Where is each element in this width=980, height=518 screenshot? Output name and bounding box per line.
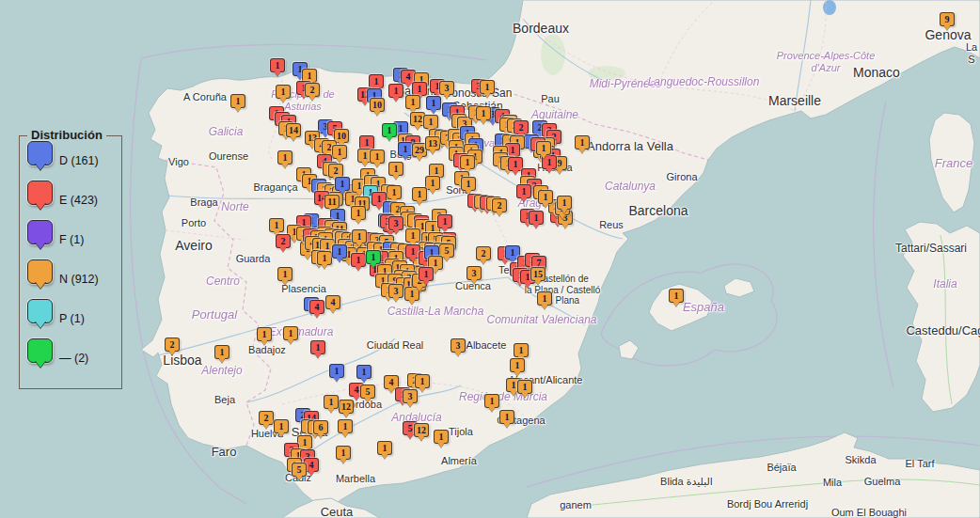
map-marker[interactable]: 15 [530,267,545,281]
map-marker[interactable]: 1 [461,177,476,191]
map-marker[interactable]: 1 [277,267,292,281]
marker-count: 1 [356,255,361,265]
map-marker[interactable]: 1 [425,176,440,190]
map-marker[interactable]: 6 [313,420,328,434]
map-marker[interactable]: 13 [425,136,440,150]
map-marker[interactable]: 2 [492,198,507,212]
map-marker[interactable]: 1 [270,58,285,72]
map-marker[interactable]: 1 [514,343,529,357]
map-marker[interactable]: 1 [460,155,475,169]
map-marker[interactable]: 1 [332,244,347,259]
map-marker[interactable]: 1 [405,228,420,243]
map-marker[interactable]: 1 [351,253,366,267]
map-marker[interactable]: 3 [403,389,418,403]
map-marker[interactable]: 12 [339,400,354,414]
map-marker[interactable]: 1 [329,364,344,378]
map-marker[interactable]: 1 [575,135,590,149]
map-marker[interactable]: 1 [382,123,397,137]
map-marker[interactable]: 1 [359,135,374,149]
map-marker[interactable]: 1 [388,162,403,176]
map-marker[interactable]: 2 [328,164,343,178]
map-marker[interactable]: 2 [276,234,291,248]
map-marker[interactable]: 1 [557,196,572,210]
map-marker[interactable]: 1 [377,441,392,455]
map-marker[interactable]: 1 [499,410,514,424]
map-marker[interactable]: 1 [423,115,438,129]
map-marker[interactable]: 10 [370,98,385,112]
map-marker[interactable]: 11 [324,195,340,209]
marker-count: 1 [279,421,284,432]
map-marker[interactable]: 4 [309,300,324,314]
map-marker[interactable]: 2 [514,120,529,134]
map-marker[interactable]: 1 [332,145,347,159]
marker-count: 1 [511,247,515,258]
map-marker[interactable]: 1 [415,374,430,388]
map-marker[interactable]: 1 [276,85,291,99]
map-marker[interactable]: 1 [517,380,532,394]
map-marker[interactable]: 1 [324,395,339,409]
map-marker[interactable]: 1 [277,150,292,165]
map-marker[interactable]: 1 [398,142,413,156]
map-marker[interactable]: 1 [230,94,245,108]
map-marker[interactable]: 3 [388,284,403,298]
map-marker[interactable]: 1 [269,218,284,232]
map-marker[interactable]: 1 [669,289,684,303]
map-marker[interactable]: 1 [419,267,434,281]
map-marker[interactable]: 1 [516,184,531,198]
map-marker[interactable]: 2 [305,83,320,97]
marker-count: 1 [289,328,293,338]
map-marker[interactable]: 1 [437,214,452,228]
map-marker[interactable]: 1 [536,141,551,155]
map-marker[interactable]: 5 [360,385,375,399]
map-marker[interactable]: 2 [259,411,274,425]
map-marker[interactable]: 3 [388,216,403,230]
map-marker[interactable]: 1 [484,394,499,408]
map-marker[interactable]: 1 [297,435,312,449]
map-marker[interactable]: 5 [292,463,307,477]
map-marker[interactable]: 1 [434,430,449,444]
map-marker[interactable]: 1 [338,419,353,433]
marker-count: 1 [434,258,438,268]
map-marker[interactable]: 1 [388,84,403,98]
map-marker[interactable]: 1 [412,187,427,201]
map-marker[interactable]: 1 [310,340,325,354]
map-marker[interactable]: 1 [476,106,491,120]
map-marker[interactable]: 1 [356,365,371,379]
island-ibiza [619,340,639,359]
map-marker[interactable]: 3 [439,81,454,95]
map-marker[interactable]: 1 [405,95,420,109]
map-marker[interactable]: 1 [257,327,272,341]
map-marker[interactable]: 1 [274,419,289,433]
map-marker[interactable]: 1 [480,80,495,94]
legend-item-F: F (1) [27,221,121,252]
map-marker[interactable]: 9 [940,12,955,26]
map-marker[interactable]: 1 [426,96,441,110]
map-marker[interactable]: 1 [335,177,350,191]
map-marker[interactable]: 1 [352,229,367,243]
map-marker[interactable]: 1 [370,149,385,164]
map-marker[interactable]: 1 [317,251,332,265]
map-marker[interactable]: 3 [450,338,466,353]
map-marker[interactable]: 4 [325,295,340,309]
map-marker[interactable]: 14 [286,123,301,137]
map-marker[interactable]: 1 [529,211,544,225]
map-marker[interactable]: 1 [369,74,384,88]
map-marker[interactable]: 1 [387,185,402,199]
map-marker[interactable]: 1 [283,326,298,340]
map-canvas[interactable]: BordeauxMarseilleMonacoGenovaLa STattari… [0,0,980,518]
map-marker[interactable]: 12 [414,423,429,437]
map-marker[interactable]: 1 [510,358,525,372]
marker-count: 1 [490,396,495,406]
map-marker[interactable]: 1 [336,446,351,460]
marker-count: 1 [276,60,280,71]
map-marker[interactable]: 1 [214,345,229,359]
marker-count: 1 [403,144,408,154]
map-marker[interactable]: 1 [538,190,553,204]
map-marker[interactable]: 1 [366,250,381,264]
map-marker[interactable]: 2 [165,337,180,352]
map-marker[interactable]: 2 [476,246,491,260]
map-marker[interactable]: 1 [537,291,552,306]
map-marker[interactable]: 3 [466,266,482,280]
map-marker[interactable]: 1 [351,206,366,220]
map-marker[interactable]: 1 [412,82,427,96]
